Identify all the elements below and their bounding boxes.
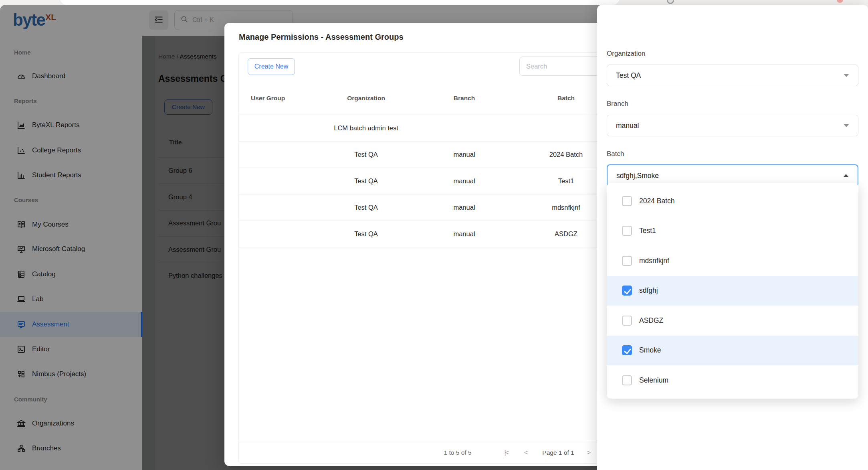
checkbox-icon[interactable] [622, 286, 632, 296]
cell-branch: manual [419, 177, 509, 185]
batch-option[interactable]: Selenium [607, 365, 858, 395]
pagination-next-icon[interactable]: > [585, 448, 593, 458]
checkbox-icon[interactable] [622, 345, 632, 355]
batch-option-label: ASDGZ [639, 316, 663, 325]
pagination-bar: 1 to 5 of 5 |< < Page 1 of 1 > [239, 442, 623, 463]
organization-select[interactable]: Test QA [607, 65, 858, 86]
create-new-button[interactable]: Create New [248, 58, 295, 75]
column-header-organization[interactable]: Organization [313, 95, 419, 102]
pagination-first-icon[interactable]: |< [502, 448, 511, 458]
branch-label: Branch [607, 100, 628, 108]
cell-organization: Test QA [313, 204, 419, 211]
batch-option[interactable]: 2024 Batch [607, 186, 858, 216]
permissions-table: User Group Organization Branch Batch LCM… [239, 81, 623, 247]
pagination-range-text: 1 to 5 of 5 [444, 449, 472, 456]
background-circle-icon [667, 0, 674, 4]
cell-organization: Test QA [313, 177, 419, 185]
batch-option[interactable]: sdfghj [607, 276, 858, 306]
batch-option-label: Selenium [639, 376, 668, 385]
batch-option[interactable]: Test1 [607, 216, 858, 246]
table-row[interactable]: LCM batch admin test [239, 115, 623, 142]
batch-label: Batch [607, 150, 624, 158]
column-header-branch[interactable]: Branch [419, 95, 509, 102]
batch-option-label: Test1 [639, 227, 656, 235]
manage-permissions-modal: Manage Permissions - Assessment Groups C… [224, 23, 625, 466]
checkbox-icon[interactable] [622, 316, 632, 326]
cell-organization: Test QA [313, 230, 419, 238]
modal-title: Manage Permissions - Assessment Groups [239, 32, 404, 42]
batch-option[interactable]: Smoke [607, 336, 858, 366]
cell-branch: manual [419, 230, 509, 238]
table-row[interactable]: Test QA manual ASDGZ [239, 221, 623, 247]
checkbox-icon[interactable] [622, 375, 632, 385]
checkbox-icon[interactable] [622, 196, 632, 206]
column-header-user-group[interactable]: User Group [239, 95, 313, 102]
permissions-drawer: Organization Test QA Branch manual Batch… [597, 5, 868, 470]
batch-dropdown: 2024 Batch Test1 mdsnfkjnf sdfghj ASDGZ … [607, 183, 858, 399]
cell-organization: LCM batch admin test [313, 124, 419, 132]
background-window-edge [60, 0, 619, 5]
notification-red-dot [837, 0, 843, 3]
organization-select-value: Test QA [616, 71, 844, 80]
table-row[interactable]: Test QA manual mdsnfkjnf [239, 194, 623, 221]
batch-option-label: 2024 Batch [639, 197, 675, 205]
branch-select[interactable]: manual [607, 115, 858, 136]
pagination-page-text: Page 1 of 1 [542, 449, 574, 456]
branch-select-value: manual [616, 122, 844, 130]
chevron-up-icon [843, 174, 849, 177]
organization-label: Organization [607, 50, 645, 58]
chevron-down-icon [844, 74, 849, 77]
batch-option[interactable]: ASDGZ [607, 306, 858, 336]
permissions-card: Create New User Group Organization Branc… [238, 52, 623, 464]
checkbox-icon[interactable] [622, 256, 632, 266]
batch-option[interactable]: mdsnfkjnf [607, 246, 858, 276]
batch-option-label: Smoke [639, 346, 661, 355]
pagination-prev-icon[interactable]: < [522, 448, 530, 458]
chevron-down-icon [844, 124, 849, 127]
cell-branch: manual [419, 151, 509, 158]
cell-organization: Test QA [313, 151, 419, 158]
batch-option-label: sdfghj [639, 286, 658, 295]
batch-select-value: sdfghj,Smoke [616, 172, 843, 180]
screen: byteXL Home Dashboard Reports ByteXL Rep… [0, 0, 868, 470]
table-row[interactable]: Test QA manual 2024 Batch [239, 142, 623, 168]
table-row[interactable]: Test QA manual Test1 [239, 168, 623, 194]
checkbox-icon[interactable] [622, 226, 632, 236]
batch-option-label: mdsnfkjnf [639, 257, 669, 265]
table-header-row: User Group Organization Branch Batch [239, 81, 623, 115]
cell-branch: manual [419, 204, 509, 211]
